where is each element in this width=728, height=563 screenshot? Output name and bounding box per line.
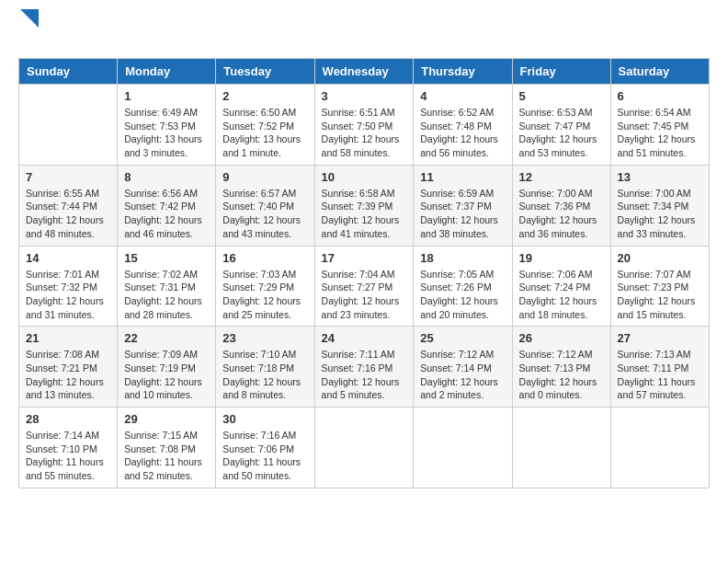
day-number: 8 [124,170,209,184]
sunrise-text: Sunrise: 7:02 AM [124,268,209,282]
day-info: Sunrise: 6:55 AMSunset: 7:44 PMDaylight:… [26,187,110,241]
week-row-3: 14Sunrise: 7:01 AMSunset: 7:32 PMDayligh… [19,246,710,327]
sunrise-text: Sunrise: 7:00 AM [618,187,702,201]
sunset-text: Sunset: 7:31 PM [124,281,209,294]
calendar-cell: 30Sunrise: 7:16 AMSunset: 7:06 PMDayligh… [216,408,314,488]
sunset-text: Sunset: 7:10 PM [26,442,110,456]
daylight-text: Daylight: 12 hours and 10 minutes. [124,375,209,402]
daylight-text: Daylight: 12 hours and 56 minutes. [420,132,505,159]
sunrise-text: Sunrise: 7:16 AM [222,429,307,442]
calendar-cell: 1Sunrise: 6:49 AMSunset: 7:53 PMDaylight… [118,85,216,166]
day-number: 12 [519,170,604,184]
day-info: Sunrise: 7:03 AMSunset: 7:29 PMDaylight:… [222,268,307,322]
week-row-5: 28Sunrise: 7:14 AMSunset: 7:10 PMDayligh… [19,408,710,488]
calendar-cell: 22Sunrise: 7:09 AMSunset: 7:19 PMDayligh… [118,327,216,408]
day-number: 5 [519,89,604,103]
week-row-4: 21Sunrise: 7:08 AMSunset: 7:21 PMDayligh… [19,327,710,408]
sunset-text: Sunset: 7:42 PM [124,200,209,213]
day-info: Sunrise: 7:16 AMSunset: 7:06 PMDaylight:… [222,429,307,483]
sunset-text: Sunset: 7:52 PM [222,120,307,133]
daylight-text: Daylight: 12 hours and 43 minutes. [222,213,307,240]
daylight-text: Daylight: 12 hours and 31 minutes. [26,294,110,321]
daylight-text: Daylight: 12 hours and 5 minutes. [322,375,407,402]
sunrise-text: Sunrise: 7:00 AM [519,187,604,201]
sunrise-text: Sunrise: 7:12 AM [420,348,505,362]
calendar-header-row: SundayMondayTuesdayWednesdayThursdayFrid… [19,59,710,85]
daylight-text: Daylight: 12 hours and 58 minutes. [322,132,407,159]
calendar-cell: 11Sunrise: 6:59 AMSunset: 7:37 PMDayligh… [414,165,512,246]
sunset-text: Sunset: 7:40 PM [222,200,307,213]
sunrise-text: Sunrise: 7:03 AM [222,268,307,282]
sunset-text: Sunset: 7:34 PM [618,200,702,213]
calendar-cell: 18Sunrise: 7:05 AMSunset: 7:26 PMDayligh… [414,246,512,327]
day-info: Sunrise: 6:49 AMSunset: 7:53 PMDaylight:… [124,106,209,160]
day-info: Sunrise: 6:53 AMSunset: 7:47 PMDaylight:… [519,106,604,160]
day-info: Sunrise: 7:01 AMSunset: 7:32 PMDaylight:… [26,268,110,322]
calendar-cell: 8Sunrise: 6:56 AMSunset: 7:42 PMDaylight… [118,165,216,246]
sunset-text: Sunset: 7:53 PM [124,120,209,133]
day-number: 14 [26,251,110,265]
sunrise-text: Sunrise: 7:10 AM [222,348,307,362]
calendar-cell: 2Sunrise: 6:50 AMSunset: 7:52 PMDaylight… [216,85,314,166]
day-info: Sunrise: 7:12 AMSunset: 7:13 PMDaylight:… [519,348,604,402]
calendar-table: SundayMondayTuesdayWednesdayThursdayFrid… [18,58,710,488]
calendar-cell: 7Sunrise: 6:55 AMSunset: 7:44 PMDaylight… [19,165,118,246]
daylight-text: Daylight: 12 hours and 20 minutes. [420,294,505,321]
day-info: Sunrise: 7:10 AMSunset: 7:18 PMDaylight:… [222,348,307,402]
sunrise-text: Sunrise: 6:52 AM [420,106,505,120]
day-number: 11 [420,170,505,184]
daylight-text: Daylight: 13 hours and 3 minutes. [124,132,209,159]
day-number: 20 [618,251,702,265]
day-number: 19 [519,251,604,265]
sunrise-text: Sunrise: 6:49 AM [124,106,209,120]
daylight-text: Daylight: 12 hours and 36 minutes. [519,213,604,240]
day-number: 1 [124,89,209,103]
daylight-text: Daylight: 12 hours and 2 minutes. [420,375,505,402]
day-number: 22 [124,331,209,345]
day-info: Sunrise: 7:05 AMSunset: 7:26 PMDaylight:… [420,268,505,322]
day-number: 29 [124,412,209,426]
sunrise-text: Sunrise: 6:58 AM [322,187,407,201]
day-info: Sunrise: 6:56 AMSunset: 7:42 PMDaylight:… [124,187,209,241]
day-number: 2 [222,89,307,103]
calendar-cell: 20Sunrise: 7:07 AMSunset: 7:23 PMDayligh… [610,246,709,327]
calendar-cell: 13Sunrise: 7:00 AMSunset: 7:34 PMDayligh… [610,165,709,246]
day-number: 27 [618,331,702,345]
sunrise-text: Sunrise: 7:04 AM [322,268,407,282]
daylight-text: Daylight: 11 hours and 50 minutes. [222,455,307,482]
sunset-text: Sunset: 7:37 PM [420,200,505,213]
calendar-cell [512,408,610,488]
calendar-cell: 15Sunrise: 7:02 AMSunset: 7:31 PMDayligh… [118,246,216,327]
sunset-text: Sunset: 7:39 PM [322,200,407,213]
day-number: 30 [222,412,307,426]
daylight-text: Daylight: 13 hours and 1 minute. [222,132,307,159]
daylight-text: Daylight: 12 hours and 48 minutes. [26,213,110,240]
day-number: 9 [222,170,307,184]
day-info: Sunrise: 6:50 AMSunset: 7:52 PMDaylight:… [222,106,307,160]
calendar-cell: 23Sunrise: 7:10 AMSunset: 7:18 PMDayligh… [216,327,314,408]
sunrise-text: Sunrise: 6:54 AM [618,106,702,120]
column-header-saturday: Saturday [610,59,709,85]
calendar-cell: 14Sunrise: 7:01 AMSunset: 7:32 PMDayligh… [19,246,118,327]
calendar-cell [610,408,709,488]
day-info: Sunrise: 7:02 AMSunset: 7:31 PMDaylight:… [124,268,209,322]
day-number: 25 [420,331,505,345]
day-info: Sunrise: 7:12 AMSunset: 7:14 PMDaylight:… [420,348,505,402]
sunset-text: Sunset: 7:36 PM [519,200,604,213]
sunrise-text: Sunrise: 7:08 AM [26,348,110,362]
sunset-text: Sunset: 7:29 PM [222,281,307,294]
daylight-text: Daylight: 12 hours and 38 minutes. [420,213,505,240]
calendar-cell [314,408,414,488]
calendar-cell: 9Sunrise: 6:57 AMSunset: 7:40 PMDaylight… [216,165,314,246]
sunrise-text: Sunrise: 7:15 AM [124,429,209,442]
daylight-text: Daylight: 12 hours and 25 minutes. [222,294,307,321]
day-info: Sunrise: 6:51 AMSunset: 7:50 PMDaylight:… [322,106,407,160]
sunset-text: Sunset: 7:26 PM [420,281,505,294]
sunrise-text: Sunrise: 7:06 AM [519,268,604,282]
sunset-text: Sunset: 7:45 PM [618,120,702,133]
day-info: Sunrise: 6:57 AMSunset: 7:40 PMDaylight:… [222,187,307,241]
sunset-text: Sunset: 7:47 PM [519,120,604,133]
day-info: Sunrise: 7:08 AMSunset: 7:21 PMDaylight:… [26,348,110,402]
sunrise-text: Sunrise: 7:14 AM [26,429,110,442]
daylight-text: Daylight: 12 hours and 15 minutes. [618,294,702,321]
